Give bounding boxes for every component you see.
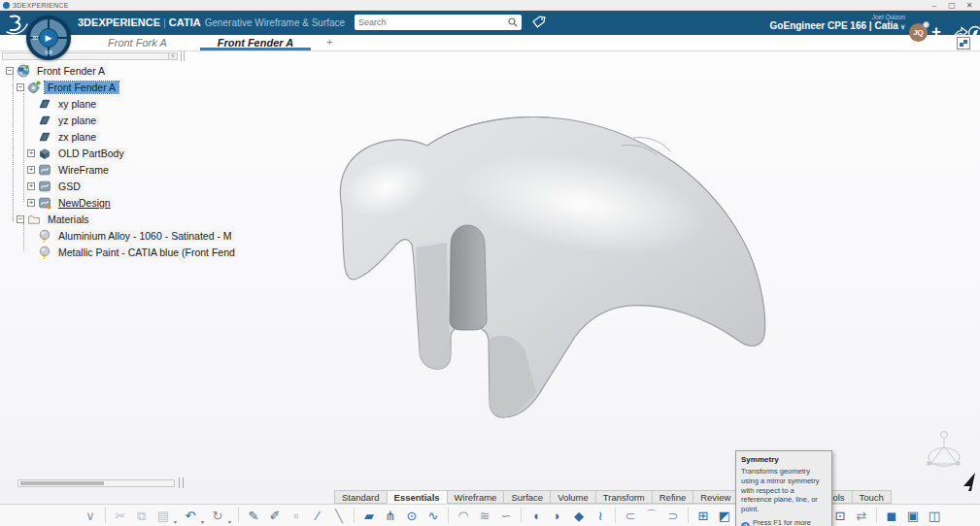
axis-line-icon[interactable]: ╲ [329, 506, 349, 525]
ribbon-tab-review[interactable]: Review [693, 490, 737, 504]
tree-item-label[interactable]: xy plane [55, 98, 99, 110]
line-icon[interactable]: ∕ [308, 506, 327, 525]
share-icon[interactable] [953, 25, 968, 43]
circle-icon[interactable]: ⊙ [402, 506, 422, 525]
tree-hscrollbar-bottom[interactable] [17, 479, 175, 487]
fender-model[interactable] [336, 116, 765, 417]
play-icon[interactable]: ▶ [39, 28, 58, 48]
undo-icon[interactable]: ↶▾ [181, 506, 200, 525]
variable-offset-icon[interactable]: ≀ [591, 506, 610, 525]
avatar[interactable]: JQ [909, 23, 928, 42]
dropdown-caret-icon[interactable]: ▾ [174, 512, 177, 526]
close-surface-icon[interactable]: ◫ [925, 506, 944, 525]
search-box[interactable] [355, 15, 522, 30]
axis-system-icon[interactable]: ⋔ [381, 506, 400, 525]
tree-item-label[interactable]: Metallic Paint - CATIA blue (Front Fend [55, 247, 238, 258]
tree-item-label[interactable]: OLD PartBody [55, 148, 127, 159]
fill-icon[interactable]: ◖ [526, 506, 546, 525]
ribbon-tab-standard[interactable]: Standard [334, 490, 387, 504]
new-tab-button[interactable]: + [319, 35, 340, 50]
sweep-icon[interactable]: ∽ [496, 506, 516, 525]
scrollbar-thumb[interactable] [20, 481, 104, 485]
tree-item-label[interactable]: GSD [55, 181, 84, 192]
tree-expander-icon[interactable]: + [27, 166, 35, 174]
tree-item-label[interactable]: NewDesign [55, 197, 114, 209]
tree-item-label[interactable]: zx plane [55, 131, 99, 143]
tree-expander-icon[interactable]: + [27, 199, 35, 207]
offset-icon[interactable]: ◆ [569, 506, 589, 525]
ribbon-tab-surface[interactable]: Surface [503, 490, 550, 504]
point-icon[interactable]: ▫ [287, 506, 306, 525]
paste-icon[interactable]: ▤▾ [153, 506, 173, 525]
tree-item-label[interactable]: WireFrame [55, 164, 112, 176]
tree-item-materials[interactable]: −Materials [0, 211, 262, 227]
tree-expander-icon[interactable]: + [27, 182, 35, 190]
scroll-left-icon[interactable]: ‹ [168, 53, 177, 59]
tree-item-metallic-paint-catia-blue-front-fend[interactable]: ?Metallic Paint - CATIA blue (Front Fend [0, 244, 262, 260]
ribbon-tab-wireframe[interactable]: Wireframe [447, 490, 504, 504]
ribbon-tab-essentials[interactable]: Essentials [387, 490, 447, 504]
tree-item-label[interactable]: Front Fender A [45, 82, 118, 93]
plane-icon[interactable]: ▰ [359, 506, 379, 525]
spline-icon[interactable]: ∿ [423, 506, 443, 525]
copy-icon[interactable]: ⧉ [132, 506, 152, 525]
cut-icon[interactable]: ✂ [111, 506, 130, 525]
tree-expander-icon[interactable]: − [17, 83, 24, 91]
tree-item-front-fender-a[interactable]: −Front Fender A [0, 62, 262, 79]
extrude-surface-icon[interactable]: ◠ [454, 506, 473, 525]
tree-item-aluminium-alloy-1060-satinated-m[interactable]: ?Aluminium Alloy - 1060 - Satinated - M [0, 227, 262, 244]
multi-sections-surface-icon[interactable]: ≋ [475, 506, 494, 525]
ribbon-tab-refine[interactable]: Refine [652, 490, 693, 504]
tree-item-xy-plane[interactable]: xy plane [0, 95, 262, 112]
sketch-icon[interactable]: ✎ [244, 506, 263, 525]
tab-front-fork-a[interactable]: Front Fork A [83, 35, 192, 50]
near-icon[interactable]: ⊡ [830, 506, 850, 525]
ribbon-tab-volume[interactable]: Volume [550, 490, 595, 504]
tree-expander-icon[interactable]: + [27, 149, 35, 157]
tree-item-yz-plane[interactable]: yz plane [0, 112, 262, 128]
add-content-button[interactable]: + [931, 22, 941, 42]
tree-expander-icon[interactable]: − [6, 67, 14, 75]
tree-panel-grip-top[interactable] [181, 51, 185, 61]
extract-icon[interactable]: ⊂ [621, 506, 640, 525]
tree-item-front-fender-a[interactable]: −Front Fender A [0, 79, 262, 95]
tree-item-newdesign[interactable]: +NewDesign [0, 194, 262, 211]
invert-orientation-icon[interactable]: ⇄ [852, 506, 871, 525]
positioned-sketch-icon[interactable]: ✐ [265, 506, 285, 525]
help-compass-icon[interactable] [967, 24, 980, 46]
chevron-down-icon[interactable]: ∨ [900, 23, 905, 30]
tree-item-label[interactable]: Front Fender A [34, 65, 108, 77]
join-icon[interactable]: ⊞ [693, 506, 713, 525]
search-icon[interactable] [508, 17, 518, 27]
thick-surface-icon[interactable]: ▣ [903, 506, 923, 525]
dropdown-caret-icon[interactable]: ▾ [201, 512, 204, 526]
redo-icon[interactable]: ↻▾ [208, 506, 227, 525]
extrapolate-icon[interactable]: ⌒ [642, 506, 661, 525]
blend-icon[interactable]: ◗ [548, 506, 567, 525]
navigation-robot-icon[interactable] [928, 432, 960, 467]
user-block[interactable]: Joel Quizon GoEngineer CPE 166 | Catia∨ [770, 14, 905, 31]
toolbar-overflow-icon[interactable]: ∨ [81, 506, 100, 525]
tree-hscrollbar-top[interactable]: ‹ [2, 52, 178, 60]
close-window-icon[interactable]: ✕ [961, 0, 978, 11]
tree-item-wireframe[interactable]: +WireFrame [0, 161, 262, 178]
dropdown-caret-icon[interactable]: ▾ [228, 512, 231, 526]
trim-icon[interactable]: ◩ [715, 506, 734, 525]
tree-item-gsd[interactable]: +GSD [0, 178, 262, 194]
tree-expander-icon[interactable]: − [17, 215, 24, 223]
bend-icon[interactable]: ⊃ [663, 506, 683, 525]
tab-front-fender-a[interactable]: Front Fender A [192, 35, 319, 50]
tree-item-zx-plane[interactable]: zx plane [0, 128, 262, 145]
tree-item-label[interactable]: Aluminium Alloy - 1060 - Satinated - M [55, 230, 235, 242]
tag-icon[interactable] [530, 15, 548, 30]
tree-item-label[interactable]: Materials [45, 214, 92, 225]
ribbon-tab-touch[interactable]: Touch [852, 490, 892, 504]
volume-extrude-icon[interactable]: ◼ [882, 506, 901, 525]
ribbon-tab-transform[interactable]: Transform [595, 490, 652, 504]
minimize-window-icon[interactable]: – [926, 0, 943, 11]
maximize-window-icon[interactable]: ▢ [943, 0, 961, 11]
search-input[interactable] [355, 17, 508, 27]
tree-item-label[interactable]: yz plane [55, 115, 99, 126]
tree-item-old-partbody[interactable]: +OLD PartBody [0, 145, 262, 161]
tree-panel-grip-bottom[interactable] [179, 477, 184, 488]
